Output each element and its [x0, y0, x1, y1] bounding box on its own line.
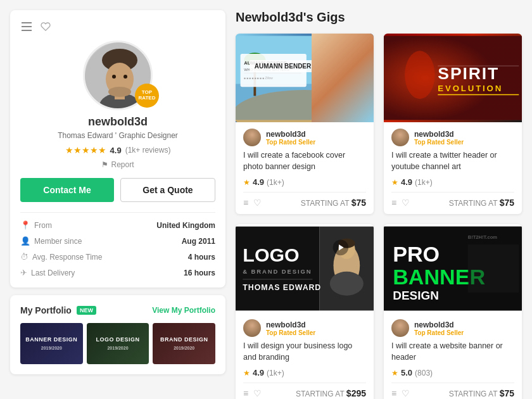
gig-price-2: STARTING AT $75 — [449, 198, 514, 208]
detail-row-response: ⏱ Avg. Response Time 4 hours — [20, 252, 215, 262]
gig-card-2[interactable]: SPIRIT EVOLUTION newbold3d Top Rated Sel… — [384, 34, 522, 214]
detail-row-member: 👤 Member since Aug 2011 — [20, 236, 215, 246]
favorite-icon[interactable] — [39, 20, 52, 33]
seller-info-4: newbold3d Top Rated Seller — [414, 320, 464, 336]
portfolio-item-brand-year: 2019/2020 — [174, 345, 194, 351]
svg-point-20 — [328, 56, 347, 78]
gig-price-value-3: $295 — [346, 388, 366, 398]
star-icon-4: ★ — [391, 369, 398, 377]
menu-icon[interactable] — [20, 20, 33, 33]
portfolio-card: My Portfolio NEW View My Portfolio BANNE… — [10, 295, 225, 374]
svg-text:PRO: PRO — [393, 242, 440, 266]
action-buttons: Contact Me Get a Quote — [20, 178, 215, 202]
report-button[interactable]: ⚑ Report — [101, 160, 134, 169]
username: newbold3d — [20, 115, 215, 129]
report-label: Report — [111, 160, 134, 169]
menu-icon-gig-1[interactable]: ≡ — [243, 198, 248, 208]
seller-row-2: newbold3d Top Rated Seller — [391, 129, 514, 146]
svg-text:B!T2H!T.com: B!T2H!T.com — [468, 234, 498, 240]
seller-info-2: newbold3d Top Rated Seller — [414, 130, 464, 146]
clock-icon: ⏱ — [20, 252, 28, 262]
detail-label-delivery: ✈ Last Delivery — [20, 268, 75, 277]
gig-rating-4: ★ 5.0 (803) — [391, 368, 514, 377]
detail-value-delivery: 16 hours — [184, 269, 215, 277]
seller-name-2: newbold3d — [414, 130, 464, 139]
view-portfolio-link[interactable]: View My Portfolio — [152, 306, 215, 315]
gig-footer-icons-4: ≡ ♡ — [391, 388, 410, 398]
detail-label-member: 👤 Member since — [20, 236, 82, 246]
gig-footer-icons-2: ≡ ♡ — [391, 198, 410, 208]
svg-point-38 — [330, 272, 364, 296]
gig-footer-3: ≡ ♡ STARTING AT $295 — [243, 383, 366, 398]
detail-label-response: ⏱ Avg. Response Time — [20, 252, 103, 262]
seller-row-3: newbold3d Top Rated Seller — [243, 319, 366, 337]
detail-row-from: 📍 From United Kingdom — [20, 220, 215, 230]
portfolio-item-banner[interactable]: BANNER DESIGN 2019/2020 — [20, 323, 83, 364]
menu-icon-gig-2[interactable]: ≡ — [391, 198, 396, 208]
svg-text:■ ■ ■ ■ ■ ■ ■ ■ Zillow: ■ ■ ■ ■ ■ ■ ■ ■ Zillow — [244, 77, 273, 80]
seller-badge-1: Top Rated Seller — [266, 139, 315, 146]
heart-icon-gig-1[interactable]: ♡ — [253, 198, 262, 208]
gig-body-4: newbold3d Top Rated Seller I will create… — [384, 313, 522, 399]
portfolio-item-banner-label: BANNER DESIGN — [25, 336, 77, 344]
delivery-icon: ✈ — [20, 268, 27, 277]
seller-name-4: newbold3d — [414, 320, 464, 329]
star-icon-1: ★ — [243, 178, 250, 187]
quote-button[interactable]: Get a Quote — [120, 178, 215, 202]
gig-price-value-2: $75 — [500, 198, 514, 208]
gig-rating-score-2: 4.9 — [401, 177, 412, 187]
detail-row-delivery: ✈ Last Delivery 16 hours — [20, 268, 215, 277]
rating-count: (1k+ reviews) — [125, 146, 171, 155]
gig-title-2: I will create a twitter header or youtub… — [391, 150, 514, 172]
svg-text:& BRAND DESIGN: & BRAND DESIGN — [243, 268, 312, 275]
svg-text:WHO YOU HIRE MATTERS!: WHO YOU HIRE MATTERS! — [244, 68, 290, 72]
svg-rect-11 — [236, 84, 374, 120]
gig-price-value-4: $75 — [500, 388, 514, 398]
gig-rating-count-3: (1k+) — [267, 369, 284, 377]
svg-text:LOGO: LOGO — [243, 244, 299, 265]
portfolio-item-logo-year: 2019/2020 — [107, 345, 128, 351]
svg-rect-14 — [241, 54, 307, 87]
rating-row: ★★★★★ 4.9 (1k+ reviews) — [20, 145, 215, 155]
gig-image-4: PRO BANNER DESIGN B!T2H!T.com — [384, 224, 522, 313]
seller-avatar-2 — [391, 129, 409, 146]
seller-name-3: newbold3d — [266, 320, 315, 329]
gig-title-4: I will create a website banner or header — [391, 341, 514, 363]
seller-badge-3: Top Rated Seller — [266, 329, 315, 336]
gig-price-3: STARTING AT $295 — [296, 388, 366, 398]
left-panel: TOP RATED newbold3d Thomas Edward ' Grap… — [10, 10, 225, 399]
gigs-section-title: Newbold3d's Gigs — [236, 10, 522, 25]
gig-card-4[interactable]: PRO BANNER DESIGN B!T2H!T.com — [384, 224, 522, 399]
card-top-icons — [20, 20, 215, 33]
portfolio-item-banner-year: 2019/2020 — [41, 345, 62, 351]
gig-price-value-1: $75 — [352, 198, 366, 208]
gig-footer-icons-3: ≡ ♡ — [243, 388, 262, 398]
gig-card-3[interactable]: LOGO & BRAND DESIGN THOMAS EDWARD — [236, 224, 374, 399]
detail-value-response: 4 hours — [188, 253, 215, 262]
portfolio-item-logo[interactable]: LOGO DESIGN 2019/2020 — [87, 323, 149, 364]
detail-value-member: Aug 2011 — [182, 237, 215, 246]
gig-body-2: newbold3d Top Rated Seller I will create… — [384, 122, 522, 214]
svg-text:DESIGN: DESIGN — [393, 289, 439, 302]
gig-rating-2: ★ 4.9 (1k+) — [391, 177, 514, 187]
svg-point-24 — [405, 51, 434, 99]
portfolio-item-brand[interactable]: BRAND DESIGN 2019/2020 — [153, 323, 215, 364]
contact-button[interactable]: Contact Me — [20, 178, 114, 202]
gig-price-1: STARTING AT $75 — [301, 198, 366, 208]
menu-icon-gig-4[interactable]: ≡ — [391, 388, 396, 398]
gig-card-1[interactable]: AUMANN BENDER WHO YOU HIRE MATTERS! ■ ■ … — [236, 34, 374, 214]
gig-title-1: I will create a facebook cover photo ban… — [243, 150, 366, 172]
seller-badge-2: Top Rated Seller — [414, 139, 464, 146]
portfolio-item-logo-label: LOGO DESIGN — [96, 336, 140, 344]
heart-icon-gig-2[interactable]: ♡ — [402, 198, 410, 208]
star-icon-3: ★ — [243, 369, 250, 377]
portfolio-items: BANNER DESIGN 2019/2020 LOGO DESIGN 2019… — [20, 323, 215, 364]
new-badge: NEW — [77, 306, 96, 315]
heart-icon-gig-4[interactable]: ♡ — [402, 388, 410, 398]
gigs-grid: AUMANN BENDER WHO YOU HIRE MATTERS! ■ ■ … — [236, 34, 522, 399]
gig-image-2: SPIRIT EVOLUTION — [384, 34, 522, 122]
heart-icon-gig-3[interactable]: ♡ — [253, 388, 262, 398]
profile-card: TOP RATED newbold3d Thomas Edward ' Grap… — [10, 10, 225, 288]
seller-avatar-1 — [243, 129, 261, 146]
menu-icon-gig-3[interactable]: ≡ — [243, 388, 248, 398]
